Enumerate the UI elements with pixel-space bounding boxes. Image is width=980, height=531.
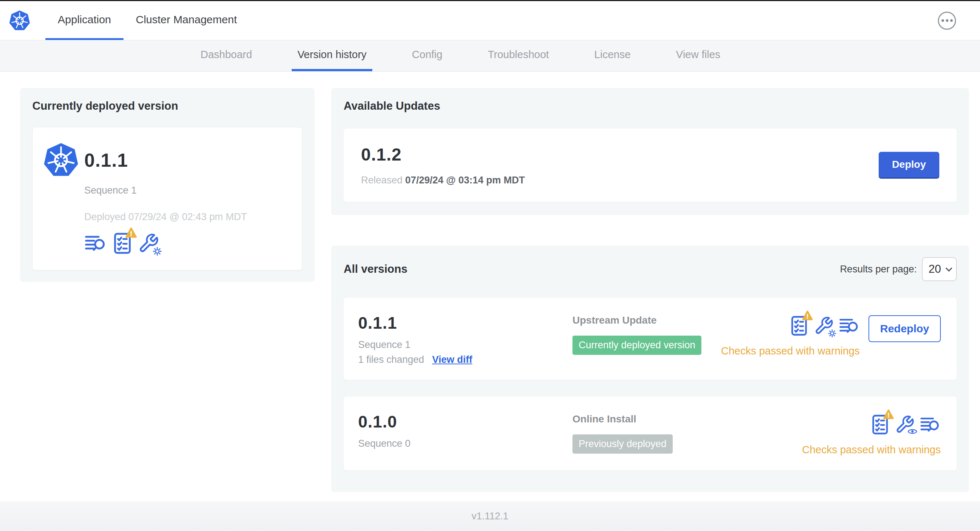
row-version-number: 0.1.0 (358, 412, 573, 431)
deployed-sequence: Sequence 1 (84, 185, 289, 196)
app-logo-icon (43, 142, 79, 178)
gear-icon (827, 329, 837, 338)
view-diff-icon[interactable] (84, 233, 107, 254)
view-config-icon[interactable] (895, 415, 915, 434)
tab-application[interactable]: Application (45, 1, 124, 40)
edit-config-icon[interactable] (814, 316, 834, 335)
currently-deployed-title: Currently deployed version (32, 100, 302, 113)
main-content: Currently deployed version 0.1.1 Sequenc… (0, 72, 980, 501)
row-sequence: Sequence 0 (358, 438, 573, 449)
version-row-0-1-1: 0.1.1 Sequence 1 1 files changed View di… (344, 298, 957, 380)
edit-config-icon[interactable] (138, 233, 159, 254)
update-row: 0.1.2 Released 07/29/24 @ 03:14 pm MDT D… (344, 129, 957, 202)
deployed-version-card: 0.1.1 Sequence 1 Deployed 07/29/24 @ 02:… (32, 127, 302, 270)
all-versions-card: All versions Results per page: 20 0.1.1 … (331, 245, 969, 492)
version-source: Online Install (573, 413, 802, 425)
released-date: 07/29/24 @ 03:14 pm MDT (406, 175, 525, 186)
results-per-page-value: 20 (928, 262, 941, 276)
warning-triangle-icon (883, 409, 894, 420)
app-header: Application Cluster Management (0, 1, 980, 40)
app-subnav: Dashboard Version history Config Trouble… (0, 40, 980, 72)
deployed-version-number: 0.1.1 (84, 149, 128, 171)
currently-deployed-section: Currently deployed version 0.1.1 Sequenc… (20, 88, 315, 501)
header-tabs: Application Cluster Management (45, 1, 249, 40)
overflow-menu-icon[interactable] (938, 12, 956, 30)
results-per-page: Results per page: 20 (840, 257, 957, 281)
preflight-checks-icon[interactable] (112, 232, 133, 254)
view-diff-link[interactable]: View diff (432, 354, 473, 366)
deployed-timestamp: Deployed 07/29/24 @ 02:43 pm MDT (84, 211, 289, 223)
tab-dashboard[interactable]: Dashboard (195, 40, 258, 71)
tab-license[interactable]: License (589, 40, 636, 71)
kubernetes-logo-icon (9, 10, 30, 32)
view-diff-icon[interactable] (839, 316, 860, 335)
released-label: Released (361, 175, 402, 186)
files-changed-text: 1 files changed (358, 354, 424, 366)
preflight-checks-icon[interactable] (870, 414, 890, 435)
warning-triangle-icon (125, 227, 137, 238)
deployed-version-actions (84, 232, 289, 254)
deploy-button[interactable]: Deploy (879, 152, 939, 179)
tab-cluster-management[interactable]: Cluster Management (124, 1, 249, 40)
currently-deployed-card: Currently deployed version 0.1.1 Sequenc… (20, 88, 315, 282)
gear-icon (152, 246, 162, 256)
app-footer: v1.112.1 (0, 501, 980, 531)
status-badge: Previously deployed (573, 434, 673, 454)
tab-view-files[interactable]: View files (670, 40, 726, 71)
results-per-page-label: Results per page: (840, 264, 917, 275)
header-right (938, 1, 980, 40)
results-per-page-select[interactable]: 20 (922, 257, 957, 281)
available-updates-title: Available Updates (344, 100, 957, 113)
preflight-checks-icon[interactable] (789, 315, 809, 336)
row-version-number: 0.1.1 (358, 313, 573, 333)
version-source: Upstream Update (573, 315, 721, 326)
warning-triangle-icon (802, 310, 813, 321)
tab-troubleshoot[interactable]: Troubleshoot (482, 40, 555, 71)
update-version-number: 0.1.2 (361, 145, 525, 165)
tab-config[interactable]: Config (406, 40, 448, 71)
right-column: Available Updates 0.1.2 Released 07/29/2… (331, 88, 969, 501)
update-released-line: Released 07/29/24 @ 03:14 pm MDT (361, 175, 525, 186)
checks-status-text: Checks passed with warnings (721, 345, 860, 357)
console-version: v1.112.1 (471, 511, 509, 522)
view-diff-icon[interactable] (920, 415, 941, 434)
redeploy-button[interactable]: Redeploy (869, 315, 941, 342)
all-versions-title: All versions (344, 262, 407, 276)
status-badge: Currently deployed version (573, 335, 702, 355)
tab-version-history[interactable]: Version history (292, 40, 372, 71)
chevron-down-icon (945, 265, 952, 271)
eye-icon (907, 426, 918, 437)
version-row-0-1-0: 0.1.0 Sequence 0 Online Install Previous… (344, 397, 957, 471)
available-updates-card: Available Updates 0.1.2 Released 07/29/2… (331, 88, 969, 215)
checks-status-text: Checks passed with warnings (802, 444, 941, 456)
row-sequence: Sequence 1 (358, 339, 573, 350)
